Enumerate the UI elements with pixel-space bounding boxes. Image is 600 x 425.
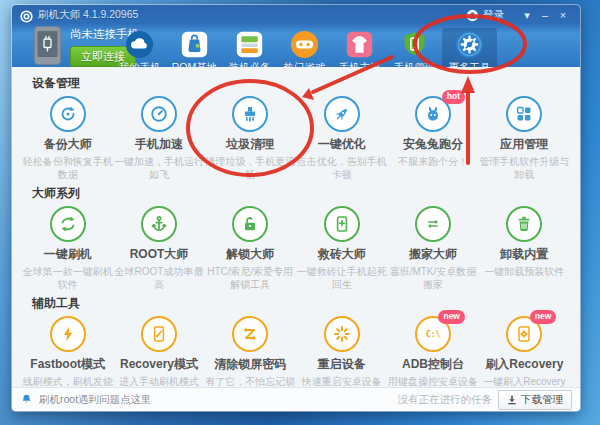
feature-name: Fastboot模式 [30, 356, 105, 373]
pattern-z-icon [232, 316, 268, 352]
feature-unlock-master[interactable]: 解锁大师 HTC/索尼/索爱专用解锁工具 [205, 206, 296, 291]
feature-name: 救砖大师 [318, 246, 366, 263]
open-lock-icon [232, 206, 268, 242]
lightning-icon [50, 316, 86, 352]
feature-desc: 清理垃圾，手机更流畅 [205, 155, 296, 181]
feature-antutu-benchmark[interactable]: hot 安兔兔跑分 不服来跑个分！ [387, 96, 478, 181]
trash-icon [506, 206, 542, 242]
feature-name: 清除锁屏密码 [214, 356, 286, 373]
login-label: 登录 [483, 8, 504, 22]
feature-backup-master[interactable]: 备份大师 轻松备份和恢复手机数据 [22, 96, 113, 181]
games-gamepad-icon [290, 30, 319, 59]
feature-desc: 全球ROOT成功率最高 [113, 265, 204, 291]
feature-name: 卸载内置 [500, 246, 548, 263]
my-phone-cloud-icon [125, 30, 154, 59]
feature-name: ADB控制台 [402, 356, 464, 373]
rocket-icon [324, 96, 360, 132]
feature-name: 备份大师 [44, 136, 92, 153]
new-badge: new [438, 310, 465, 324]
app-logo-icon [20, 9, 33, 22]
bell-icon [20, 393, 33, 406]
spinner-icon [324, 316, 360, 352]
feature-name: 搬家大师 [409, 246, 457, 263]
avatar-icon [466, 9, 479, 22]
app-grid-icon [506, 96, 542, 132]
status-bar: 刷机root遇到问题点这里 没有正在进行的任务 下载管理 [12, 387, 580, 411]
hot-badge: hot [442, 90, 465, 104]
feature-desc: 轻松备份和恢复手机数据 [22, 155, 113, 181]
feature-desc: 点击优化，告别手机卡顿 [296, 155, 387, 181]
phone-plus-icon [324, 206, 360, 242]
essentials-layers-icon [235, 30, 264, 59]
download-label: 下载管理 [521, 393, 563, 407]
feature-phone-boost[interactable]: 手机加速 一键加速，手机运行如飞 [113, 96, 204, 181]
download-icon [507, 395, 517, 405]
feature-app-manage[interactable]: 应用管理 管理手机软件升级与卸载 [479, 96, 570, 181]
section-title-device: 设备管理 [32, 75, 570, 92]
login-button[interactable]: 登录 [466, 8, 504, 22]
phone-usb-icon [34, 26, 61, 65]
feature-name: ROOT大师 [130, 246, 189, 263]
app-header: 刷机大师 4.1.9.20965 登录 ▾ – × 尚未连接手机 [12, 5, 580, 67]
task-status-text: 没有正在进行的任务 [398, 393, 493, 407]
brush-icon [232, 96, 268, 132]
feature-name: 刷入Recovery [485, 356, 563, 373]
feature-desc: HTC/索尼/索爱专用解锁工具 [205, 265, 296, 291]
feature-desc: 塞班/MTK/安卓数据搬家 [387, 265, 478, 291]
feature-name: Recovery模式 [120, 356, 198, 373]
feature-desc: 一键加速，手机运行如飞 [113, 155, 204, 181]
menu-icon[interactable]: ▾ [518, 8, 536, 22]
feature-name: 一键优化 [318, 136, 366, 153]
anchor-icon [141, 206, 177, 242]
section-title-master: 大师系列 [32, 185, 570, 202]
new-badge: new [530, 310, 557, 324]
backup-icon [50, 96, 86, 132]
titlebar: 刷机大师 4.1.9.20965 登录 ▾ – × [12, 5, 580, 25]
sync-arrows-icon [50, 206, 86, 242]
themes-tshirt-icon [345, 30, 374, 59]
section-master-row: 一键刷机 全球第一款一键刷机软件 ROOT大师 全球ROOT成功率最高 解锁大师… [22, 206, 570, 291]
help-link[interactable]: 刷机root遇到问题点这里 [39, 393, 152, 407]
feature-desc: 不服来跑个分！ [398, 155, 468, 168]
feature-desc: 一键卸载预装软件 [484, 265, 564, 278]
feature-name: 手机加速 [135, 136, 183, 153]
feature-root-master[interactable]: ROOT大师 全球ROOT成功率最高 [113, 206, 204, 291]
feature-name: 应用管理 [500, 136, 548, 153]
section-title-tools: 辅助工具 [32, 295, 570, 312]
rom-base-bag-icon [180, 30, 209, 59]
more-tools-gear-icon [455, 30, 484, 59]
feature-name: 重启设备 [318, 356, 366, 373]
swap-arrows-icon [415, 206, 451, 242]
manage-shield-icon [400, 30, 429, 59]
feature-one-key-optimize[interactable]: 一键优化 点击优化，告别手机卡顿 [296, 96, 387, 181]
feature-desc: 管理手机软件升级与卸载 [479, 155, 570, 181]
window-title: 刷机大师 4.1.9.20965 [38, 8, 138, 22]
feature-desc: 全球第一款一键刷机软件 [22, 265, 113, 291]
feature-name: 安兔兔跑分 [403, 136, 463, 153]
svg-text:C:\: C:\ [426, 330, 441, 339]
app-window: 刷机大师 4.1.9.20965 登录 ▾ – × 尚未连接手机 [12, 5, 580, 411]
feature-data-move[interactable]: 搬家大师 塞班/MTK/安卓数据搬家 [387, 206, 478, 291]
feature-name: 垃圾清理 [226, 136, 274, 153]
feature-desc: 一键救砖让手机起死回生 [296, 265, 387, 291]
download-manager-button[interactable]: 下载管理 [498, 390, 572, 410]
feature-uninstall-preinstalled[interactable]: 卸载内置 一键卸载预装软件 [479, 206, 570, 291]
speedometer-icon [141, 96, 177, 132]
main-content: 设备管理 备份大师 轻松备份和恢复手机数据 手机加速 一键加速，手机运行如飞 [12, 67, 580, 387]
feature-name: 一键刷机 [44, 246, 92, 263]
section-device-row: 备份大师 轻松备份和恢复手机数据 手机加速 一键加速，手机运行如飞 垃圾清理 清… [22, 96, 570, 181]
close-button[interactable]: × [554, 8, 572, 22]
phone-pencil-icon [141, 316, 177, 352]
feature-name: 解锁大师 [226, 246, 274, 263]
feature-brick-rescue[interactable]: 救砖大师 一键救砖让手机起死回生 [296, 206, 387, 291]
minimize-button[interactable]: – [536, 8, 554, 22]
feature-one-key-flash[interactable]: 一键刷机 全球第一款一键刷机软件 [22, 206, 113, 291]
feature-junk-clean[interactable]: 垃圾清理 清理垃圾，手机更流畅 [205, 96, 296, 181]
